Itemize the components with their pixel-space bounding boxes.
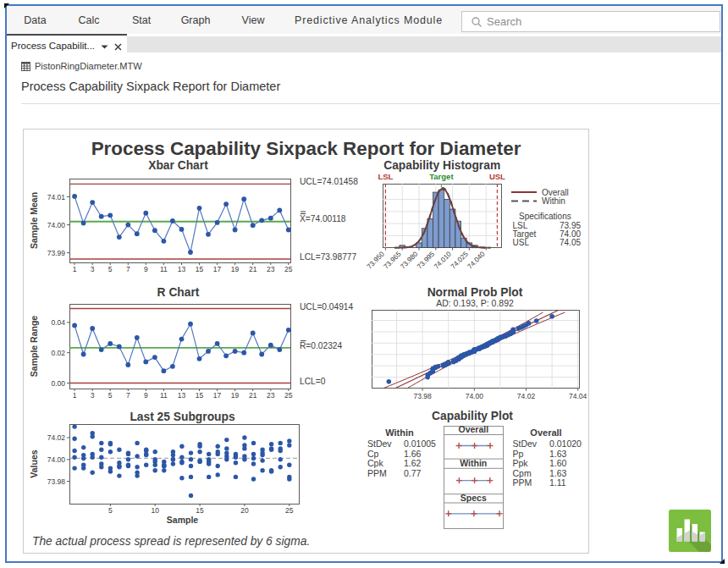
svg-text:Last 25 Subgroups: Last 25 Subgroups (130, 411, 235, 423)
svg-text:15: 15 (196, 506, 204, 515)
svg-text:5: 5 (108, 391, 113, 400)
svg-text:73.980: 73.980 (399, 250, 419, 270)
svg-text:73.950: 73.950 (366, 250, 386, 270)
svg-text:UCL=0.04914: UCL=0.04914 (300, 302, 353, 312)
svg-text:0.00: 0.00 (51, 379, 65, 388)
svg-text:0.02: 0.02 (51, 349, 65, 357)
svg-text:Specifications: Specifications (519, 212, 571, 221)
svg-text:1.62: 1.62 (404, 458, 422, 468)
svg-text:Sample: Sample (167, 515, 199, 525)
svg-text:LCL=0: LCL=0 (300, 377, 326, 386)
svg-text:25: 25 (284, 391, 293, 400)
svg-text:Overall: Overall (542, 188, 569, 197)
svg-text:19: 19 (231, 391, 240, 400)
svg-text:Overall: Overall (530, 427, 561, 438)
svg-text:73.965: 73.965 (383, 250, 403, 270)
svg-text:13: 13 (178, 391, 186, 400)
svg-text:10: 10 (151, 506, 159, 515)
svg-text:20: 20 (240, 506, 249, 515)
svg-text:Within: Within (385, 427, 414, 438)
svg-text:PPM: PPM (513, 477, 532, 488)
svg-text:74.010: 74.010 (433, 250, 453, 270)
svg-text:1.11: 1.11 (549, 477, 566, 488)
svg-text:UCL=74.01458: UCL=74.01458 (300, 177, 358, 186)
svg-text:0.01005: 0.01005 (404, 438, 436, 449)
svg-text:73.98: 73.98 (413, 392, 432, 400)
svg-text:0.01020: 0.01020 (549, 438, 582, 449)
svg-text:Xbar Chart: Xbar Chart (148, 159, 208, 172)
svg-text:74.01: 74.01 (47, 193, 66, 201)
svg-text:74.00: 74.00 (47, 221, 66, 229)
svg-text:1.63: 1.63 (549, 468, 567, 478)
svg-text:Sample Mean: Sample Mean (29, 192, 39, 249)
svg-text:1.66: 1.66 (404, 449, 422, 459)
svg-text:Capability Plot: Capability Plot (432, 410, 513, 422)
svg-text:74.04: 74.04 (569, 392, 587, 400)
svg-text:74.040: 74.040 (466, 250, 487, 270)
svg-text:73.995: 73.995 (416, 250, 436, 270)
svg-text:73.98: 73.98 (47, 477, 66, 486)
svg-text:74.00: 74.00 (47, 455, 66, 464)
svg-text:74.025: 74.025 (449, 250, 470, 270)
svg-text:Cp: Cp (367, 449, 379, 459)
svg-text:Cpm: Cpm (513, 468, 532, 478)
svg-text:The actual process spread is r: The actual process spread is represented… (32, 535, 310, 548)
svg-text:R Chart: R Chart (157, 286, 200, 299)
svg-text:0.77: 0.77 (404, 468, 422, 478)
svg-text:Sample Range: Sample Range (29, 316, 39, 378)
svg-text:1.63: 1.63 (549, 449, 567, 459)
svg-text:1: 1 (73, 391, 77, 400)
svg-text:Pp: Pp (513, 449, 524, 459)
svg-text:15: 15 (196, 391, 204, 400)
svg-text:74.05: 74.05 (560, 238, 581, 247)
svg-text:USL: USL (489, 172, 505, 181)
svg-text:Capability Histogram: Capability Histogram (383, 159, 500, 172)
svg-text:USL: USL (513, 238, 530, 247)
svg-text:5: 5 (108, 506, 113, 515)
svg-text:19: 19 (231, 265, 240, 273)
svg-text:Process Capability Sixpack Rep: Process Capability Sixpack Report for Di… (91, 138, 521, 159)
svg-text:74.02: 74.02 (517, 392, 536, 400)
svg-text:Within: Within (460, 458, 487, 468)
svg-text:3: 3 (91, 391, 95, 400)
svg-text:Target: Target (429, 172, 454, 181)
svg-text:X=74.00118: X=74.00118 (300, 214, 346, 223)
svg-text:AD: 0.193, P: 0.892: AD: 0.193, P: 0.892 (436, 298, 514, 308)
svg-text:7: 7 (126, 391, 130, 400)
svg-text:StDev: StDev (367, 438, 392, 449)
svg-text:LCL=73.98777: LCL=73.98777 (300, 252, 356, 262)
svg-text:23: 23 (267, 265, 275, 273)
svg-text:13: 13 (178, 265, 186, 273)
svg-text:23: 23 (267, 391, 275, 400)
svg-text:74.00: 74.00 (466, 392, 484, 400)
svg-text:Within: Within (542, 196, 565, 206)
svg-text:R=0.02324: R=0.02324 (300, 341, 342, 350)
svg-text:15: 15 (196, 265, 204, 273)
svg-text:73.99: 73.99 (47, 249, 66, 257)
svg-text:17: 17 (213, 391, 222, 400)
svg-text:1: 1 (73, 265, 77, 273)
svg-text:0.04: 0.04 (51, 318, 65, 327)
svg-text:1.60: 1.60 (549, 458, 567, 468)
svg-text:25: 25 (285, 506, 294, 515)
svg-text:9: 9 (144, 391, 148, 400)
svg-text:LSL: LSL (378, 172, 393, 181)
svg-text:Values: Values (29, 449, 39, 477)
svg-text:21: 21 (249, 391, 257, 400)
svg-text:11: 11 (160, 391, 168, 400)
svg-text:PPM: PPM (367, 468, 387, 478)
svg-text:Specs: Specs (461, 493, 487, 503)
svg-text:25: 25 (284, 265, 293, 273)
svg-text:Ppk: Ppk (513, 458, 529, 468)
svg-text:3: 3 (91, 265, 95, 273)
svg-text:Overall: Overall (458, 424, 488, 434)
svg-text:StDev: StDev (513, 438, 538, 449)
svg-text:11: 11 (160, 265, 168, 273)
svg-text:74.02: 74.02 (47, 433, 66, 442)
svg-text:17: 17 (213, 265, 222, 273)
svg-text:5: 5 (108, 265, 113, 273)
svg-text:Cpk: Cpk (367, 458, 383, 468)
svg-text:7: 7 (126, 265, 130, 273)
svg-text:9: 9 (144, 265, 148, 273)
svg-text:21: 21 (249, 265, 257, 273)
